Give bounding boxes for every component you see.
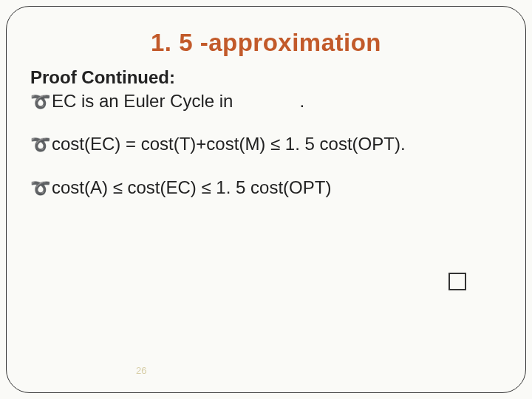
line-cost-a: ➰cost(A) ≤ cost(EC) ≤ 1. 5 cost(OPT) bbox=[30, 176, 502, 200]
proof-continued-heading: Proof Continued: bbox=[30, 67, 502, 88]
line-cost-ec: ➰cost(EC) = cost(T)+cost(M) ≤ 1. 5 cost(… bbox=[30, 132, 502, 156]
slide-frame: 1. 5 -approximation Proof Continued: ➰EC… bbox=[6, 6, 526, 393]
line-ec-euler-text-b: . bbox=[299, 91, 304, 111]
qed-box-icon bbox=[449, 273, 466, 290]
line-cost-a-text: cost(A) ≤ cost(EC) ≤ 1. 5 cost(OPT) bbox=[52, 177, 331, 197]
slide: 1. 5 -approximation Proof Continued: ➰EC… bbox=[0, 0, 532, 399]
bullet-icon: ➰ bbox=[30, 91, 50, 113]
slide-title: 1. 5 -approximation bbox=[30, 29, 502, 57]
bullet-icon: ➰ bbox=[30, 177, 50, 200]
line-ec-euler-text-a: EC is an Euler Cycle in bbox=[52, 91, 233, 111]
line-cost-ec-text: cost(EC) = cost(T)+cost(M) ≤ 1. 5 cost(O… bbox=[52, 134, 406, 154]
bullet-icon: ➰ bbox=[30, 134, 50, 156]
page-number: 26 bbox=[136, 365, 146, 376]
line-ec-euler: ➰EC is an Euler Cycle in. bbox=[30, 89, 502, 113]
